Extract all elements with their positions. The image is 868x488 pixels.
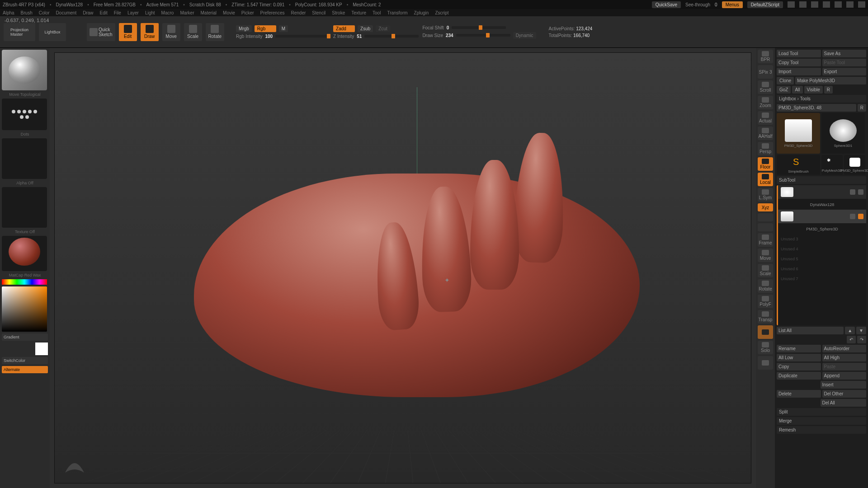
clone-button[interactable]: Clone — [777, 77, 794, 84]
goz-visible-button[interactable]: Visible — [804, 86, 823, 94]
script-button[interactable]: DefaultZScript — [747, 1, 783, 8]
menu-item[interactable]: Render — [291, 10, 306, 15]
tool-thumb[interactable]: PM3D_Sphere3D — [844, 155, 865, 175]
st-copy-button[interactable]: Copy — [777, 363, 821, 371]
shelf-small-1[interactable] — [758, 213, 773, 221]
actual-button[interactable]: Actual — [758, 111, 773, 125]
lightbox-button[interactable]: LightBox — [39, 23, 66, 41]
menu-item[interactable]: Marker — [180, 10, 194, 15]
lsym-button[interactable]: L.Sym — [758, 188, 773, 202]
menu-item[interactable]: Preferences — [260, 10, 285, 15]
menu-item[interactable]: Stencil — [312, 10, 326, 15]
copy-tool-button[interactable]: Copy Tool — [777, 59, 821, 66]
rgb-intensity-slider[interactable] — [275, 35, 330, 38]
zsub-button[interactable]: Zsub — [358, 25, 373, 32]
win-icon-3[interactable] — [811, 1, 818, 8]
projection-master-button[interactable]: Projection Master — [4, 23, 35, 41]
tool-r-button[interactable]: R — [858, 104, 866, 112]
tool-thumb[interactable]: SSimpleBrush — [777, 155, 820, 175]
all-high-button[interactable]: All High — [822, 354, 867, 361]
make-polymesh-button[interactable]: Make PolyMesh3D — [795, 77, 866, 84]
subtool-item[interactable] — [778, 185, 866, 199]
aahalf-button[interactable]: AAHalf — [758, 127, 773, 140]
zoom-button[interactable]: Zoom — [758, 96, 773, 109]
tool-thumb[interactable]: Sphere3D1 — [821, 113, 865, 154]
material-preview[interactable] — [2, 236, 47, 271]
secondary-color[interactable] — [35, 343, 48, 355]
texture-preview[interactable] — [2, 187, 47, 228]
subtool-header[interactable]: SubTool — [777, 176, 866, 184]
minimize-button[interactable] — [835, 1, 842, 8]
maximize-button[interactable] — [846, 1, 854, 8]
menu-item[interactable]: Zscript — [435, 10, 448, 15]
goz-button[interactable]: GoZ — [777, 86, 791, 94]
remesh-section[interactable]: Remesh — [777, 426, 866, 434]
move-up-icon[interactable]: ↶ — [847, 336, 856, 343]
menu-item[interactable]: Edit — [100, 10, 108, 15]
shelf-move-button[interactable]: Move — [758, 249, 773, 262]
tool-thumb[interactable]: ✱PolyMesh3D — [821, 155, 843, 175]
spix-button[interactable]: SPix 3 — [758, 65, 773, 79]
quick-sketch-button[interactable]: Quick Sketch — [87, 23, 115, 41]
ghost-button[interactable] — [758, 325, 773, 339]
menu-item[interactable]: Movie — [223, 10, 235, 15]
menu-item[interactable]: Texture — [351, 10, 366, 15]
floor-button[interactable]: Floor — [758, 157, 773, 171]
shelf-small-2[interactable] — [758, 223, 773, 231]
linefill-button[interactable]: PolyF — [758, 295, 773, 308]
menu-item[interactable]: Material — [201, 10, 217, 15]
del-all-button[interactable]: Del All — [821, 399, 867, 407]
stroke-preview[interactable] — [2, 99, 47, 130]
win-icon-4[interactable] — [823, 1, 830, 8]
menu-item[interactable]: Alpha — [3, 10, 14, 15]
menu-item[interactable]: Macro — [161, 10, 174, 15]
menu-item[interactable]: Tool — [373, 10, 381, 15]
menu-item[interactable]: Document — [56, 10, 77, 15]
brush-icon[interactable] — [858, 214, 863, 219]
duplicate-button[interactable]: Duplicate — [777, 372, 821, 380]
alternate-button[interactable]: Alternate — [2, 366, 48, 373]
focal-shift-slider[interactable] — [452, 26, 506, 29]
m-button[interactable]: M — [279, 25, 288, 32]
st-paste-button[interactable]: Paste — [822, 363, 867, 371]
close-button[interactable] — [858, 1, 865, 8]
eye-icon[interactable] — [850, 189, 855, 195]
zadd-button[interactable]: Zadd — [333, 25, 355, 32]
insert-button[interactable]: Insert — [821, 381, 867, 389]
shelf-rotate-button[interactable]: Rotate — [758, 279, 773, 293]
win-icon-1[interactable] — [788, 1, 795, 8]
win-icon-2[interactable] — [799, 1, 807, 8]
menu-item[interactable]: Layer — [127, 10, 139, 15]
move-down-icon[interactable]: ↷ — [857, 336, 866, 343]
subtool-item[interactable] — [778, 210, 866, 223]
rename-button[interactable]: Rename — [777, 345, 821, 352]
tool-thumb[interactable]: PM3D_Sphere3D — [777, 113, 820, 154]
z-intensity-slider[interactable] — [364, 35, 419, 38]
scale-button[interactable]: Scale — [184, 23, 202, 41]
frame-button[interactable]: Frame — [758, 233, 773, 247]
color-picker[interactable] — [2, 286, 47, 332]
zcut-button[interactable]: Zcut — [376, 25, 390, 32]
xyz-button[interactable]: Xyz — [758, 203, 773, 211]
brush-preview[interactable] — [2, 50, 47, 90]
menu-item[interactable]: Draw — [83, 10, 93, 15]
canvas[interactable]: ✦ — [54, 52, 751, 483]
append-button[interactable]: Append — [822, 372, 867, 380]
goz-r-button[interactable]: R — [824, 86, 833, 94]
rotate-button[interactable]: Rotate — [206, 23, 224, 41]
gradient-button[interactable]: Gradient — [2, 333, 48, 341]
save-as-button[interactable]: Save As — [822, 50, 867, 57]
mrgb-button[interactable]: Mrgb — [236, 25, 252, 32]
eye-icon[interactable] — [850, 214, 855, 219]
menu-item[interactable]: Stroke — [332, 10, 345, 15]
goz-all-button[interactable]: All — [792, 86, 802, 94]
split-section[interactable]: Split — [777, 408, 866, 416]
switch-color-button[interactable]: SwitchColor — [2, 357, 48, 364]
delete-button[interactable]: Delete — [777, 390, 821, 398]
dynamic-button[interactable]: Dynamic — [513, 32, 536, 39]
paste-tool-button[interactable]: Paste Tool — [822, 59, 867, 66]
lightbox-tools-link[interactable]: Lightbox › Tools — [777, 95, 866, 103]
load-tool-button[interactable]: Load Tool — [777, 50, 821, 57]
solo-button[interactable]: Solo — [758, 341, 773, 354]
del-other-button[interactable]: Del Other — [822, 390, 867, 398]
